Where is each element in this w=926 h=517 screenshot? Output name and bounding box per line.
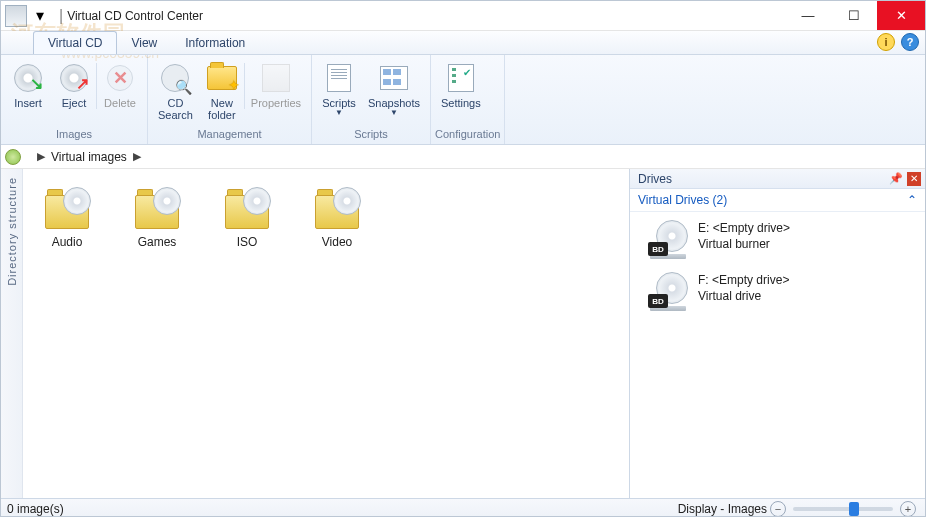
folder-cd-icon	[41, 185, 93, 229]
pin-icon[interactable]: 📌	[889, 172, 903, 185]
ribbon-group-images: ↘ Insert ↗ Eject ✕ Delete Images	[1, 55, 148, 144]
folder-item-games[interactable]: Games	[121, 185, 193, 249]
chevron-down-icon: ▼	[390, 108, 398, 117]
cd-eject-icon: ↗	[60, 64, 88, 92]
qat-dropdown[interactable]: ▾	[31, 7, 49, 25]
snapshot-icon	[380, 66, 408, 90]
info-icon[interactable]: i	[877, 33, 895, 51]
drive-type: Virtual drive	[698, 288, 789, 304]
minimize-button[interactable]: —	[785, 1, 831, 30]
ribbon-tabs: Virtual CD View Information i ?	[1, 31, 925, 55]
breadcrumb-chevron[interactable]: ▶	[133, 150, 141, 163]
ribbon-group-configuration: Settings Configuration	[431, 55, 505, 144]
script-icon	[327, 64, 351, 92]
ribbon-group-scripts: Scripts ▼ Snapshots ▼ Scripts	[312, 55, 431, 144]
window-title: Virtual CD Control Center	[67, 9, 203, 23]
drives-section-header[interactable]: Virtual Drives (2) ⌃	[630, 189, 925, 212]
folder-label: Video	[322, 235, 352, 249]
drive-type: Virtual burner	[698, 236, 790, 252]
folder-label: Audio	[52, 235, 83, 249]
cd-search-button[interactable]: CDSearch	[152, 57, 199, 127]
globe-icon[interactable]	[5, 149, 21, 165]
close-button[interactable]: ✕	[877, 1, 925, 30]
tab-virtual-cd[interactable]: Virtual CD	[33, 31, 117, 54]
group-label-management: Management	[152, 127, 307, 142]
properties-icon	[262, 64, 290, 92]
drive-state: <Empty drive>	[713, 221, 790, 235]
ribbon: ↘ Insert ↗ Eject ✕ Delete Images CDSearc…	[1, 55, 925, 145]
bd-badge: BD	[648, 294, 668, 308]
folder-label: ISO	[237, 235, 258, 249]
help-icon[interactable]: ?	[901, 33, 919, 51]
tab-information[interactable]: Information	[171, 31, 259, 54]
zoom-in-button[interactable]: +	[900, 501, 916, 517]
cd-insert-icon: ↘	[14, 64, 42, 92]
new-folder-icon: ✦	[207, 66, 237, 90]
drive-item-e[interactable]: BD E: <Empty drive> Virtual burner	[630, 212, 925, 264]
main-area: Directory structure Audio Games ISO Vide…	[1, 169, 925, 498]
system-menu-icon[interactable]	[5, 5, 27, 27]
ribbon-group-management: CDSearch ✦ Newfolder Properties Manageme…	[148, 55, 312, 144]
insert-button[interactable]: ↘ Insert	[5, 57, 51, 127]
folder-label: Games	[138, 235, 177, 249]
file-pane[interactable]: Audio Games ISO Video	[23, 169, 629, 498]
delete-button[interactable]: ✕ Delete	[97, 57, 143, 127]
folder-cd-icon	[221, 185, 273, 229]
drive-icon: BD	[648, 272, 688, 308]
group-label-scripts: Scripts	[316, 127, 426, 142]
settings-icon	[448, 64, 474, 92]
group-label-configuration: Configuration	[435, 127, 500, 142]
status-image-count: 0 image(s)	[7, 502, 64, 516]
settings-button[interactable]: Settings	[435, 57, 487, 127]
folder-cd-icon	[131, 185, 183, 229]
folder-cd-icon	[311, 185, 363, 229]
scripts-button[interactable]: Scripts ▼	[316, 57, 362, 127]
drives-panel-header: Drives 📌 ✕	[630, 169, 925, 189]
maximize-button[interactable]: ☐	[831, 1, 877, 30]
title-bar: ▾ | Virtual CD Control Center — ☐ ✕	[1, 1, 925, 31]
status-bar: 0 image(s) Display - Images − +	[1, 498, 925, 517]
eject-button[interactable]: ↗ Eject	[51, 57, 97, 127]
tab-view[interactable]: View	[117, 31, 171, 54]
cd-search-icon	[161, 64, 189, 92]
bd-badge: BD	[648, 242, 668, 256]
directory-structure-label: Directory structure	[6, 177, 18, 286]
breadcrumb-chevron[interactable]: ▶	[37, 150, 45, 163]
drives-panel: Drives 📌 ✕ Virtual Drives (2) ⌃ BD E: <E…	[629, 169, 925, 498]
properties-button[interactable]: Properties	[245, 57, 307, 127]
delete-icon: ✕	[107, 65, 133, 91]
breadcrumb-item[interactable]: Virtual images	[51, 150, 127, 164]
drive-state: <Empty drive>	[712, 273, 789, 287]
folder-item-audio[interactable]: Audio	[31, 185, 103, 249]
drive-letter: F:	[698, 273, 709, 287]
drive-icon: BD	[648, 220, 688, 256]
zoom-slider[interactable]	[793, 507, 893, 511]
folder-item-video[interactable]: Video	[301, 185, 373, 249]
breadcrumb-bar: ▶ Virtual images ▶	[1, 145, 925, 169]
drive-letter: E:	[698, 221, 709, 235]
chevron-up-icon: ⌃	[907, 193, 917, 207]
directory-structure-tab[interactable]: Directory structure	[1, 169, 23, 498]
zoom-out-button[interactable]: −	[770, 501, 786, 517]
group-label-images: Images	[5, 127, 143, 142]
folder-item-iso[interactable]: ISO	[211, 185, 283, 249]
drive-item-f[interactable]: BD F: <Empty drive> Virtual drive	[630, 264, 925, 316]
panel-close-button[interactable]: ✕	[907, 172, 921, 186]
snapshots-button[interactable]: Snapshots ▼	[362, 57, 426, 127]
new-folder-button[interactable]: ✦ Newfolder	[199, 57, 245, 127]
drives-panel-title: Drives	[638, 172, 672, 186]
title-separator: |	[59, 7, 63, 25]
zoom-slider-thumb[interactable]	[849, 502, 859, 516]
chevron-down-icon: ▼	[335, 108, 343, 117]
status-display-mode: Display - Images	[678, 502, 767, 516]
